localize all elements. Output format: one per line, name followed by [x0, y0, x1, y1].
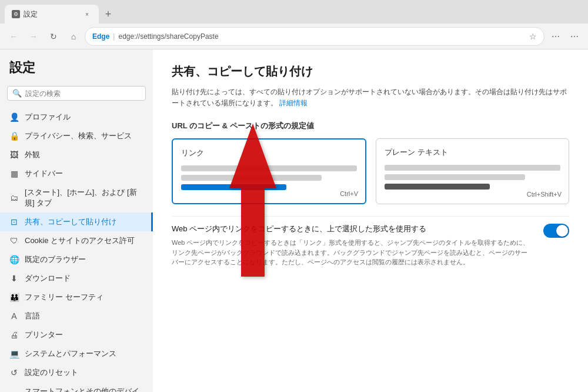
sidebar-item-privacy-label: プライバシー、検索、サービス [25, 131, 132, 141]
search-input[interactable] [25, 89, 141, 98]
link-shortcut: Ctrl+V [340, 190, 358, 197]
system-icon: 💻 [9, 349, 19, 358]
default-browser-icon: 🌐 [9, 255, 19, 264]
printer-icon: 🖨 [9, 330, 19, 340]
sidebar-icon: ▦ [9, 169, 19, 178]
sidebar-item-profile-label: プロファイル [25, 112, 71, 122]
profile-icon: 👤 [9, 112, 19, 122]
appearance-icon: 🖼 [9, 150, 19, 160]
page-title: 共有、コピーして貼り付け [172, 64, 569, 79]
toggle-title: Web ページ内でリンクをコピーするときに、上で選択した形式を使用する [172, 224, 532, 234]
address-text: edge://settings/shareCopyPaste [118, 32, 526, 41]
plain-shortcut: Ctrl+Shift+V [527, 191, 562, 198]
sidebar-item-sidebar[interactable]: ▦ サイドバー [0, 164, 153, 183]
sidebar-item-default-browser-label: 既定のブラウザー [25, 254, 86, 265]
sidebar-item-printer-label: プリンター [25, 330, 63, 340]
toggle-knob [556, 225, 568, 237]
privacy-icon: 🔒 [9, 131, 19, 141]
link-card-label: リンク [181, 148, 357, 158]
language-icon: A [9, 311, 19, 321]
sidebar-item-share[interactable]: ⊡ 共有、コピーして貼り付け [0, 212, 153, 231]
web-copy-toggle-row: Web ページ内でリンクをコピーするときに、上で選択した形式を使用する Web … [172, 216, 569, 274]
favorite-star-icon[interactable]: ☆ [529, 32, 537, 41]
sidebar-item-appearance[interactable]: 🖼 外観 [0, 145, 153, 164]
sidebar-item-download-label: ダウンロード [25, 273, 71, 284]
plain-line-dark [385, 184, 490, 190]
sidebar-item-family-label: ファミリー セーフティ [25, 292, 103, 303]
newtab-icon: 🗂 [9, 193, 19, 202]
sidebar-item-system-label: システムとパフォーマンス [25, 348, 116, 359]
sidebar-item-reset-label: 設定のリセット [25, 367, 78, 378]
address-separator: | [113, 32, 115, 41]
sidebar-item-appearance-label: 外観 [25, 150, 40, 160]
url-section-title: URL のコピー & ペーストの形式の規定値 [172, 121, 569, 131]
settings-tab[interactable]: ⚙ 設定 × [5, 5, 99, 24]
home-button[interactable]: ⌂ [65, 28, 82, 45]
url-section: URL のコピー & ペーストの形式の規定値 リンク Ctrl+V [172, 121, 569, 274]
plain-card-label: プレーン テキスト [385, 147, 560, 158]
sidebar-item-language[interactable]: A 言語 [0, 307, 153, 325]
sidebar-item-sidebar-label: サイドバー [25, 168, 63, 179]
download-icon: ⬇ [9, 274, 19, 283]
tab-favicon: ⚙ [12, 10, 20, 18]
toggle-description: Web ページ内でリンクをコピーするときは「リンク」形式を使用すると、ジャンプ先… [172, 238, 532, 267]
sidebar-item-cookies-label: Cookie とサイトのアクセス許可 [25, 235, 135, 246]
sidebar-item-system[interactable]: 💻 システムとパフォーマンス [0, 344, 153, 363]
new-tab-button[interactable]: + [99, 5, 118, 24]
web-copy-toggle-switch[interactable] [543, 224, 569, 238]
address-bar[interactable]: Edge | edge://settings/shareCopyPaste ☆ [85, 27, 544, 46]
link-line-1 [181, 165, 357, 171]
link-line-blue [181, 184, 286, 190]
reset-icon: ↺ [9, 368, 19, 377]
sidebar-item-mobile[interactable]: 📱 スマートフォンとその他のデバイス [0, 382, 153, 392]
plain-line-2 [385, 174, 525, 180]
forward-button[interactable]: → [25, 28, 42, 45]
family-icon: 👪 [9, 293, 19, 302]
edge-logo: Edge [92, 32, 109, 41]
format-cards-row: リンク Ctrl+V プレーン テキスト [172, 138, 569, 204]
sidebar-item-download[interactable]: ⬇ ダウンロード [0, 269, 153, 288]
sidebar: 設定 🔍 👤 プロファイル 🔒 プライバシー、検索、サービス 🖼 外観 ▦ サイ… [0, 49, 153, 392]
sidebar-item-printer[interactable]: 🖨 プリンター [0, 325, 153, 344]
extensions-button[interactable]: ⋯ [547, 28, 564, 45]
sidebar-item-cookies[interactable]: 🛡 Cookie とサイトのアクセス許可 [0, 231, 153, 250]
plain-text-format-card[interactable]: プレーン テキスト Ctrl+Shift+V [376, 138, 569, 204]
content-description: 貼り付け先によっては、すべての貼り付けオプションがサポートされていない場合があり… [172, 87, 569, 109]
description-text: 貼り付け先によっては、すべての貼り付けオプションがサポートされていない場合があり… [172, 88, 567, 107]
sidebar-item-newtab[interactable]: 🗂 [スタート]、[ホーム]、および [新規] タブ [0, 183, 153, 212]
sidebar-item-family[interactable]: 👪 ファミリー セーフティ [0, 288, 153, 307]
nav-bar: ← → ↻ ⌂ Edge | edge://settings/shareCopy… [0, 24, 588, 49]
sidebar-title: 設定 [0, 59, 153, 86]
browser-window: ⚙ 設定 × + ← → ↻ ⌂ Edge | edge://settings/… [0, 0, 588, 392]
toggle-text: Web ページ内でリンクをコピーするときに、上で選択した形式を使用する Web … [172, 224, 532, 267]
plain-card-lines [385, 165, 560, 190]
settings-more-button[interactable]: ⋯ [566, 28, 583, 45]
sidebar-item-profile[interactable]: 👤 プロファイル [0, 108, 153, 127]
search-icon: 🔍 [12, 89, 22, 98]
tab-close-button[interactable]: × [82, 9, 92, 19]
share-icon: ⊡ [9, 217, 19, 227]
sidebar-item-privacy[interactable]: 🔒 プライバシー、検索、サービス [0, 127, 153, 145]
search-box[interactable]: 🔍 [7, 86, 146, 101]
detail-info-link[interactable]: 詳細情報 [279, 99, 308, 107]
link-line-2 [181, 175, 322, 181]
link-card-lines [181, 165, 357, 190]
sidebar-item-language-label: 言語 [25, 311, 40, 321]
main-layout: 設定 🔍 👤 プロファイル 🔒 プライバシー、検索、サービス 🖼 外観 ▦ サイ… [0, 49, 588, 392]
sidebar-item-mobile-label: スマートフォンとその他のデバイス [25, 386, 143, 392]
tab-bar: ⚙ 設定 × + [0, 0, 588, 24]
refresh-button[interactable]: ↻ [45, 28, 62, 45]
tab-title: 設定 [24, 9, 79, 19]
sidebar-item-default-browser[interactable]: 🌐 既定のブラウザー [0, 250, 153, 269]
sidebar-item-reset[interactable]: ↺ 設定のリセット [0, 363, 153, 382]
nav-right-buttons: ⋯ ⋯ [547, 28, 583, 45]
content-area: 共有、コピーして貼り付け 貼り付け先によっては、すべての貼り付けオプションがサポ… [153, 49, 588, 392]
link-format-card[interactable]: リンク Ctrl+V [172, 138, 366, 204]
cookies-icon: 🛡 [9, 236, 19, 245]
sidebar-item-newtab-label: [スタート]、[ホーム]、および [新規] タブ [25, 187, 143, 208]
sidebar-item-share-label: 共有、コピーして貼り付け [25, 217, 116, 227]
back-button[interactable]: ← [5, 28, 22, 45]
plain-line-1 [385, 165, 560, 171]
